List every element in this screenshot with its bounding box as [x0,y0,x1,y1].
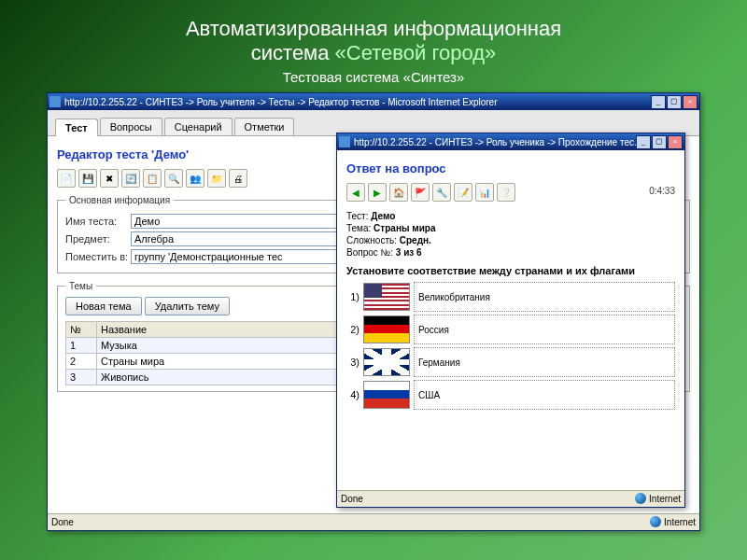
flag-icon[interactable]: 🚩 [411,183,430,202]
note-icon[interactable]: 📝 [454,183,472,202]
status-done: Done [51,517,74,527]
delete-theme-button[interactable]: Удалить тему [145,297,230,315]
row-num: 2) [346,324,359,335]
main-statusbar: Done Internet [48,513,699,529]
timer: 0:4:33 [649,186,675,196]
help-icon[interactable]: ❔ [497,183,515,202]
info-diff: Сложность: Средн. [346,235,675,245]
themes-legend: Темы [65,281,96,291]
drop-target[interactable]: Россия [414,315,675,344]
minimize-button[interactable]: _ [636,135,651,149]
back-icon[interactable]: ◀ [346,183,365,202]
drop-target[interactable]: Великобритания [414,282,675,312]
maximize-button[interactable]: ▢ [667,95,682,109]
home-icon[interactable]: 🏠 [389,183,408,202]
forward-icon[interactable]: ▶ [368,183,387,202]
ie-icon [339,136,350,147]
copy-icon[interactable]: 📋 [143,169,162,188]
row-num: 3) [346,357,359,368]
tab-scenario[interactable]: Сценарий [164,118,233,135]
match-row: 3) Германия [346,347,675,377]
tab-marks[interactable]: Отметки [234,118,295,135]
save-icon[interactable]: 💾 [78,169,97,188]
main-info-legend: Основная информация [65,195,174,205]
status-zone: Internet [664,517,696,527]
print-icon[interactable]: 🖨 [229,169,247,188]
drop-target[interactable]: Германия [414,347,675,377]
new-icon[interactable]: 📄 [57,169,76,188]
tab-test[interactable]: Тест [55,119,98,136]
folder-icon[interactable]: 📁 [207,169,226,188]
flag-usa-icon[interactable] [363,283,410,311]
col-num: № [66,322,97,338]
row-num: 4) [346,389,359,400]
match-row: 2) Россия [346,315,675,344]
flag-russia-icon[interactable] [363,381,410,409]
tab-questions[interactable]: Вопросы [100,118,162,135]
question-text: Установите соответствие между странами и… [346,265,675,276]
row-num: 1) [346,291,359,302]
popup-titlebar[interactable]: http://10.2.255.22 - СИНТЕЗ -> Роль учен… [337,133,684,150]
place-label: Поместить в: [65,251,131,262]
subject-label: Предмет: [65,233,131,245]
popup-statusbar: Done Internet [337,490,684,506]
maximize-button[interactable]: ▢ [652,135,667,149]
close-button[interactable]: × [683,95,698,109]
refresh-icon[interactable]: 🔄 [121,169,140,188]
search-icon[interactable]: 🔍 [164,169,183,188]
flag-germany-icon[interactable] [363,315,410,343]
popup-title-text: http://10.2.255.22 - СИНТЕЗ -> Роль учен… [354,137,636,147]
drop-target[interactable]: США [414,380,675,410]
close-button[interactable]: × [668,135,683,149]
info-qnum: Вопрос №: 3 из 6 [346,247,675,258]
status-done: Done [341,494,363,504]
match-row: 4) США [346,380,675,410]
name-label: Имя теста: [65,216,131,227]
ie-icon [49,96,61,107]
info-test: Тест: Демо [346,211,675,221]
slide-subtitle: Тестовая система «Синтез» [0,69,747,92]
tools-icon[interactable]: 🔧 [432,183,451,202]
slide-title: Автоматизированная информационная систем… [0,0,747,69]
minimize-button[interactable]: _ [651,95,666,109]
stats-icon[interactable]: 📊 [475,183,494,202]
users-icon[interactable]: 👥 [186,169,204,188]
match-row: 1) Великобритания [346,282,675,312]
flag-uk-icon[interactable] [363,348,410,376]
main-titlebar[interactable]: http://10.2.255.22 - СИНТЕЗ -> Роль учит… [48,93,699,110]
info-theme: Тема: Страны мира [346,223,675,233]
delete-icon[interactable]: ✖ [100,169,119,188]
popup-browser-window: http://10.2.255.22 - СИНТЕЗ -> Роль учен… [336,133,685,508]
new-theme-button[interactable]: Новая тема [65,297,142,315]
status-zone: Internet [649,494,681,504]
answer-toolbar: ◀ ▶ 🏠 🚩 🔧 📝 📊 ❔ [346,183,649,202]
internet-zone-icon [650,516,661,527]
internet-zone-icon [635,493,646,504]
main-title-text: http://10.2.255.22 - СИНТЕЗ -> Роль учит… [64,97,651,107]
popup-page-title: Ответ на вопрос [346,161,675,175]
